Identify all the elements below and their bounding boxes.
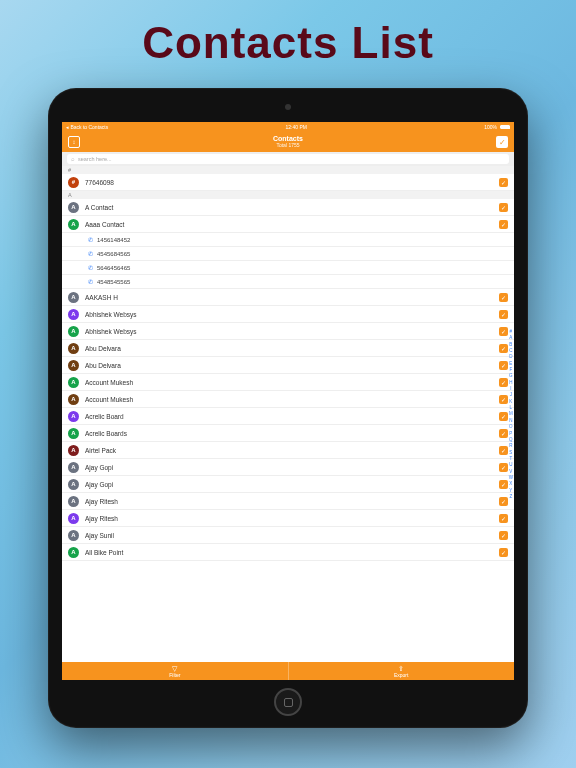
index-letter[interactable]: G (509, 373, 513, 379)
filter-label: Filter (169, 672, 180, 678)
phone-row[interactable]: ✆4545684565 (62, 247, 514, 261)
check-icon[interactable]: ✓ (499, 480, 508, 489)
check-icon[interactable]: ✓ (499, 378, 508, 387)
check-icon[interactable]: ✓ (499, 361, 508, 370)
phone-row[interactable]: ✆1456148452 (62, 233, 514, 247)
phone-row[interactable]: ✆5646456465 (62, 261, 514, 275)
contacts-list[interactable]: ##77646098✓AAA Contact✓AAaaa Contact✓✆14… (62, 166, 514, 662)
contact-name: Abu Delvara (85, 345, 493, 352)
check-icon[interactable]: ✓ (499, 531, 508, 540)
check-icon[interactable]: ✓ (499, 178, 508, 187)
contact-row[interactable]: AAbu Delvara✓ (62, 340, 514, 357)
index-letter[interactable]: Y (509, 487, 513, 493)
status-back-link[interactable]: ◂ Back to Contacts (66, 124, 108, 130)
check-icon[interactable]: ✓ (499, 310, 508, 319)
contact-name: Ajay Gopi (85, 481, 493, 488)
index-letter[interactable]: L (509, 405, 513, 411)
index-letter[interactable]: J (509, 392, 513, 398)
check-icon[interactable]: ✓ (499, 203, 508, 212)
check-icon[interactable]: ✓ (499, 446, 508, 455)
check-icon[interactable]: ✓ (499, 429, 508, 438)
filter-button[interactable]: ▽ Filter (62, 662, 288, 680)
home-button[interactable] (274, 688, 302, 716)
phone-icon: ✆ (88, 264, 93, 271)
index-letter[interactable]: E (509, 360, 513, 366)
phone-icon: ✆ (88, 278, 93, 285)
alpha-index[interactable]: #ABCDEFGHIJKLMNOPQRSTUVWXYZ (509, 329, 513, 500)
check-icon[interactable]: ✓ (499, 220, 508, 229)
check-icon[interactable]: ✓ (499, 293, 508, 302)
index-letter[interactable]: F (509, 367, 513, 373)
index-letter[interactable]: B (509, 341, 513, 347)
contact-row[interactable]: #77646098✓ (62, 174, 514, 191)
export-button[interactable]: ⇪ Export (288, 662, 514, 680)
avatar: A (68, 202, 79, 213)
index-letter[interactable]: U (509, 462, 513, 468)
avatar: A (68, 428, 79, 439)
contact-name: Ajay Sunil (85, 532, 493, 539)
contact-row[interactable]: AAjay Gopi✓ (62, 459, 514, 476)
contact-row[interactable]: AAjay Ritesh✓ (62, 493, 514, 510)
contact-row[interactable]: AAbhishek Websys✓ (62, 323, 514, 340)
index-letter[interactable]: C (509, 348, 513, 354)
contact-row[interactable]: AAbu Delvara✓ (62, 357, 514, 374)
contact-row[interactable]: AAccount Mukesh✓ (62, 391, 514, 408)
index-letter[interactable]: D (509, 354, 513, 360)
index-letter[interactable]: M (509, 411, 513, 417)
contact-name: All Bike Point (85, 549, 493, 556)
section-header: # (62, 166, 514, 174)
index-letter[interactable]: Z (509, 494, 513, 500)
contact-row[interactable]: AAcrelic Boards✓ (62, 425, 514, 442)
contact-row[interactable]: AAjay Gopi✓ (62, 476, 514, 493)
index-letter[interactable]: X (509, 481, 513, 487)
contact-row[interactable]: AA Contact✓ (62, 199, 514, 216)
check-icon[interactable]: ✓ (499, 395, 508, 404)
nav-subtitle: Total 1755 (273, 143, 303, 149)
phone-row[interactable]: ✆4548545565 (62, 275, 514, 289)
index-letter[interactable]: K (509, 398, 513, 404)
avatar: A (68, 377, 79, 388)
nav-bar: ↕ Contacts Total 1755 ✓ (62, 132, 514, 152)
index-letter[interactable]: H (509, 379, 513, 385)
check-icon[interactable]: ✓ (499, 548, 508, 557)
contact-name: Airtel Pack (85, 447, 493, 454)
index-letter[interactable]: O (509, 424, 513, 430)
check-icon[interactable]: ✓ (499, 412, 508, 421)
check-icon[interactable]: ✓ (499, 463, 508, 472)
contact-name: AAKASH H (85, 294, 493, 301)
contact-row[interactable]: AAccount Mukesh✓ (62, 374, 514, 391)
check-icon[interactable]: ✓ (499, 327, 508, 336)
contact-row[interactable]: AAirtel Pack✓ (62, 442, 514, 459)
index-letter[interactable]: S (509, 449, 513, 455)
avatar: A (68, 513, 79, 524)
index-letter[interactable]: P (509, 430, 513, 436)
check-icon: ✓ (499, 138, 506, 147)
index-letter[interactable]: A (509, 335, 513, 341)
contact-row[interactable]: AAll Bike Point✓ (62, 544, 514, 561)
sort-button[interactable]: ↕ (68, 136, 80, 148)
contact-row[interactable]: AAAKASH H✓ (62, 289, 514, 306)
check-icon[interactable]: ✓ (499, 497, 508, 506)
contact-name: Abu Delvara (85, 362, 493, 369)
index-letter[interactable]: N (509, 417, 513, 423)
select-all-button[interactable]: ✓ (496, 136, 508, 148)
index-letter[interactable]: V (509, 468, 513, 474)
check-icon[interactable]: ✓ (499, 514, 508, 523)
contact-row[interactable]: AAjay Sunil✓ (62, 527, 514, 544)
contact-row[interactable]: AAcrelic Board✓ (62, 408, 514, 425)
index-letter[interactable]: R (509, 443, 513, 449)
index-letter[interactable]: Q (509, 436, 513, 442)
contact-row[interactable]: AAjay Ritesh✓ (62, 510, 514, 527)
index-letter[interactable]: W (509, 475, 513, 481)
index-letter[interactable]: # (509, 329, 513, 335)
index-letter[interactable]: I (509, 386, 513, 392)
index-letter[interactable]: T (509, 455, 513, 461)
contact-row[interactable]: AAbhishek Websys✓ (62, 306, 514, 323)
avatar: A (68, 394, 79, 405)
contact-row[interactable]: AAaaa Contact✓ (62, 216, 514, 233)
contact-name: Account Mukesh (85, 379, 493, 386)
check-icon[interactable]: ✓ (499, 344, 508, 353)
contact-name: Abhishek Websys (85, 311, 493, 318)
search-input[interactable]: ⌕ search here... (67, 154, 509, 164)
contact-name: Ajay Ritesh (85, 515, 493, 522)
